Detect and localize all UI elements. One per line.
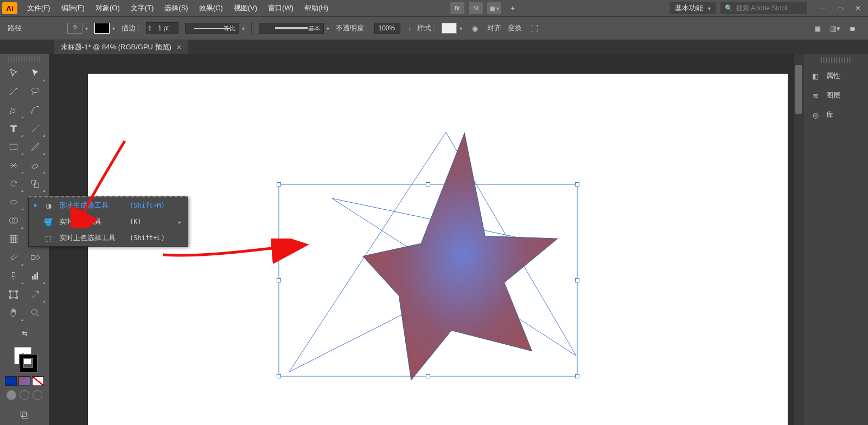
direct-selection-tool[interactable] <box>24 64 46 82</box>
paintbrush-tool[interactable] <box>24 138 46 156</box>
grid-toggle-icon[interactable]: ▦ <box>812 22 824 34</box>
slice-tool[interactable] <box>24 285 46 304</box>
stroke-weight-stepper[interactable]: ▴▾ <box>146 22 178 34</box>
draw-behind-mode[interactable] <box>20 390 29 400</box>
stroke-swatch[interactable]: ▾ <box>94 23 115 34</box>
menu-icon[interactable]: ≣ <box>846 22 858 34</box>
stroke-dash-combo[interactable]: 等比▾ <box>185 23 245 34</box>
menu-file[interactable]: 文件(F) <box>22 0 56 16</box>
shape-builder-tool[interactable] <box>3 211 24 230</box>
panel-toggle-icon[interactable]: ▥▾ <box>829 22 841 34</box>
submenu-arrow-icon: ▸ <box>178 219 181 225</box>
panel-grip[interactable] <box>820 57 852 63</box>
workspace-switcher[interactable]: 基本功能 ▾ <box>669 2 716 14</box>
fill-stroke-indicator[interactable]: ? <box>12 347 37 372</box>
column-graph-tool[interactable] <box>24 267 46 285</box>
rotate-tool[interactable] <box>3 175 24 193</box>
svg-point-11 <box>36 256 40 260</box>
menu-object[interactable]: 对象(O) <box>90 0 125 16</box>
selection-tool[interactable] <box>3 64 24 82</box>
stroke-box[interactable] <box>20 355 37 372</box>
document-tab[interactable]: 未标题-1* @ 84% (RGB/GPU 预览) × <box>54 40 188 54</box>
menu-help[interactable]: 帮助(H) <box>299 0 334 16</box>
scale-tool[interactable] <box>24 175 46 193</box>
scrollbar-thumb[interactable] <box>795 65 802 114</box>
menu-edit[interactable]: 编辑(E) <box>56 0 90 16</box>
menu-type[interactable]: 文字(T) <box>125 0 159 16</box>
close-tab-icon[interactable]: × <box>177 43 181 51</box>
selection-handle[interactable] <box>575 278 579 282</box>
selection-handle[interactable] <box>277 374 281 378</box>
color-chip-none[interactable] <box>32 376 44 386</box>
star-shape[interactable] <box>347 121 570 397</box>
draw-inside-mode[interactable] <box>33 390 42 400</box>
flyout-shortcut: (K) <box>130 218 173 226</box>
toggle-fill-stroke[interactable]: ⇆ <box>14 324 35 343</box>
gpu-rocket-icon[interactable]: ✈ <box>506 2 520 14</box>
eraser-tool[interactable] <box>24 156 46 175</box>
width-tool[interactable] <box>3 193 24 211</box>
color-chip-solid[interactable] <box>5 376 17 386</box>
menu-view[interactable]: 视图(V) <box>228 0 263 16</box>
stock-button[interactable]: St <box>469 2 483 14</box>
menu-window[interactable]: 窗口(W) <box>263 0 299 16</box>
live-paint-bucket-icon: 🪣 <box>43 218 54 226</box>
draw-normal-mode[interactable] <box>7 390 16 400</box>
stroke-profile-combo[interactable]: 基本▾ <box>259 23 329 34</box>
artboard-tool[interactable] <box>3 285 24 304</box>
pen-tool[interactable] <box>3 101 24 119</box>
mesh-tool[interactable] <box>3 230 24 248</box>
blend-tool[interactable] <box>24 248 46 267</box>
magic-wand-tool[interactable] <box>3 82 24 101</box>
selection-handle[interactable] <box>277 278 281 282</box>
stroke-weight-input[interactable] <box>151 24 176 32</box>
fill-swatch[interactable]: ?▾ <box>67 23 88 34</box>
panel-libraries[interactable]: ◎ 库 <box>803 105 868 125</box>
arrange-docs-button[interactable]: ▦ ▾ <box>487 2 501 14</box>
selection-handle[interactable] <box>426 374 430 378</box>
hand-tool[interactable] <box>3 304 24 322</box>
symbol-sprayer-tool[interactable] <box>3 267 24 285</box>
panel-grip[interactable] <box>8 56 41 62</box>
menu-bar: Ai 文件(F) 编辑(E) 对象(O) 文字(T) 选择(S) 效果(C) 视… <box>0 0 868 16</box>
selection-handle[interactable] <box>426 182 430 186</box>
type-tool[interactable] <box>3 119 24 138</box>
eyedropper-tool[interactable] <box>3 248 24 267</box>
shaper-tool[interactable] <box>3 156 24 175</box>
align-label[interactable]: 对齐 <box>487 23 501 33</box>
selection-handle[interactable] <box>575 374 579 378</box>
style-swatch-combo[interactable]: ▾ <box>442 23 462 34</box>
lasso-tool[interactable] <box>24 82 46 101</box>
svg-rect-14 <box>34 274 36 280</box>
isolate-icon[interactable]: ⛶ <box>528 22 540 34</box>
opacity-input[interactable] <box>374 23 400 34</box>
color-chip-gradient[interactable] <box>18 376 30 386</box>
bridge-button[interactable]: Br <box>450 2 464 14</box>
panel-properties[interactable]: ◧ 属性 <box>803 66 868 86</box>
screen-mode-tool[interactable] <box>14 405 35 424</box>
svg-rect-1 <box>10 144 17 150</box>
stock-search[interactable]: 🔍 搜索 Adobe Stock <box>720 2 807 14</box>
transform-label[interactable]: 变换 <box>508 23 522 33</box>
vertical-scrollbar[interactable] <box>794 54 803 425</box>
zoom-tool[interactable] <box>24 304 46 322</box>
workspace-label: 基本功能 <box>675 3 703 13</box>
selection-handle[interactable] <box>575 182 579 186</box>
window-close[interactable]: ✕ <box>853 3 863 13</box>
line-tool[interactable] <box>24 119 46 138</box>
selection-handle[interactable] <box>277 182 281 186</box>
flyout-live-paint-selection[interactable]: ⬚ 实时上色选择工具 (Shift+L) <box>29 230 188 246</box>
flyout-shape-builder[interactable]: ■ ◑ 形状生成器工具 (Shift+M) <box>29 197 188 214</box>
recolor-icon[interactable]: ◉ <box>469 22 481 34</box>
window-minimize[interactable]: — <box>818 3 828 13</box>
active-marker: ■ <box>33 203 37 208</box>
opacity-flyout[interactable]: › <box>409 25 410 31</box>
curvature-tool[interactable] <box>24 101 46 119</box>
rectangle-tool[interactable] <box>3 138 24 156</box>
panel-layers[interactable]: ≋ 图层 <box>803 86 868 105</box>
flyout-live-paint-bucket[interactable]: 🪣 实时上色工具 (K) ▸ <box>29 214 188 230</box>
menu-select[interactable]: 选择(S) <box>159 0 193 16</box>
menu-effect[interactable]: 效果(C) <box>194 0 228 16</box>
window-maximize[interactable]: ▭ <box>835 3 845 13</box>
flyout-label: 形状生成器工具 <box>59 201 124 210</box>
